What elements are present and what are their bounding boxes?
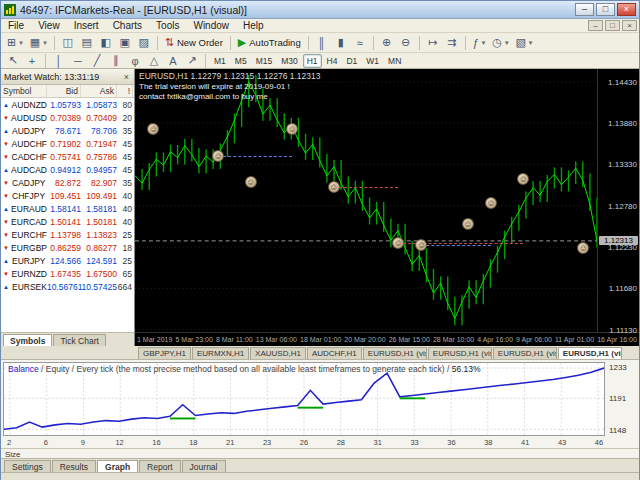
column-header-ask[interactable]: Ask [81, 85, 117, 97]
menu-window[interactable]: Window [186, 20, 236, 31]
chart-tab[interactable]: AUDCHF,H1 [307, 347, 362, 359]
profiles-button[interactable]: ▦▾ [27, 35, 50, 51]
maximize-button[interactable]: □ [596, 3, 615, 16]
new-order-button[interactable]: ⇅New Order [162, 35, 226, 51]
trade-smiley-marker[interactable]: ☺ [245, 176, 257, 188]
timeframe-w1[interactable]: W1 [362, 54, 383, 68]
trade-smiley-marker[interactable]: ☺ [485, 197, 497, 209]
tester-tab-settings[interactable]: Settings [4, 460, 51, 472]
market-watch-close-icon[interactable]: × [122, 72, 131, 82]
chart-tab[interactable]: EURUSD,H1 (visual) [363, 347, 427, 359]
menu-view[interactable]: View [31, 20, 67, 31]
market-watch-row[interactable]: ▼CADJPY82.87282.90735 [1, 176, 134, 189]
trade-smiley-marker[interactable]: ☺ [415, 239, 427, 251]
trade-smiley-marker[interactable]: ☺ [212, 150, 224, 162]
timeframe-m5[interactable]: M5 [231, 54, 251, 68]
trade-smiley-marker[interactable]: ☺ [328, 181, 340, 193]
tester-graph[interactable]: Balance / Equity / Every tick (the most … [3, 362, 605, 436]
zoom-in-button[interactable]: ⊕ [378, 35, 396, 51]
child-close-button[interactable]: × [622, 20, 637, 31]
chart-tab[interactable]: EURMXN,H1 [192, 347, 249, 359]
trendline-button[interactable]: ╱ [88, 53, 106, 69]
timeframe-d1[interactable]: D1 [342, 54, 361, 68]
column-header-symbol[interactable]: Symbol [1, 85, 47, 97]
new-chart-button[interactable]: ⊞▾ [4, 35, 26, 51]
market-watch-tab-symbols[interactable]: Symbols [3, 334, 52, 346]
zoom-out-button[interactable]: ⊖ [397, 35, 415, 51]
crosshair-button[interactable]: + [23, 53, 41, 69]
chart-tab[interactable]: EURUSD,H1 (visual) [428, 347, 492, 359]
title-bar[interactable]: 46497: IFCMarkets-Real - [EURUSD,H1 (vis… [1, 1, 639, 19]
trade-smiley-marker[interactable]: ☺ [147, 123, 159, 135]
market-watch-button[interactable]: ◫ [59, 35, 77, 51]
menu-file[interactable]: File [1, 20, 31, 31]
chart-tab[interactable]: XAUUSD,H1 [250, 347, 306, 359]
timeframe-mn[interactable]: MN [384, 54, 405, 68]
tester-tab-journal[interactable]: Journal [182, 460, 226, 472]
market-watch-row[interactable]: ▼EURCAD1.501411.5018140 [1, 215, 134, 228]
chart-line-button[interactable]: ≈ [351, 35, 369, 51]
minimize-button[interactable]: – [575, 3, 594, 16]
menu-help[interactable]: Help [236, 20, 271, 31]
chart-tab[interactable]: GBPJPY,H1 [138, 347, 191, 359]
market-watch-row[interactable]: ▲AUDNZD1.057931.0587380 [1, 98, 134, 111]
chart-tab[interactable]: EURUSD,H1 (visual) [493, 347, 557, 359]
arrows-button[interactable]: ↗ [183, 53, 201, 69]
child-minimize-button[interactable]: – [588, 20, 603, 31]
data-window-button[interactable]: ▤ [78, 35, 96, 51]
trade-smiley-marker[interactable]: ☺ [392, 237, 404, 249]
timeframe-m15[interactable]: M15 [252, 54, 277, 68]
terminal-button[interactable]: ▣ [116, 35, 134, 51]
periods-button[interactable]: ◷▾ [489, 35, 511, 51]
price-chart[interactable]: EURUSD,H1 1.12279 1.12315 1.12276 1.1231… [135, 69, 597, 332]
tester-tab-results[interactable]: Results [52, 460, 96, 472]
timeframe-h4[interactable]: H4 [323, 54, 342, 68]
timeframe-h1[interactable]: H1 [303, 54, 322, 68]
price-axis[interactable]: 1.144301.138801.133301.127801.122301.116… [597, 69, 639, 332]
trade-smiley-marker[interactable]: ☺ [577, 242, 589, 254]
column-header-spread[interactable]: ! [117, 85, 133, 97]
timeframe-m1[interactable]: M1 [210, 54, 230, 68]
close-button[interactable]: × [617, 3, 636, 16]
column-header-bid[interactable]: Bid [47, 85, 81, 97]
market-watch-row[interactable]: ▼AUDCHF0.719020.7194745 [1, 137, 134, 150]
auto-scroll-button[interactable]: ↦ [424, 35, 442, 51]
market-watch-row[interactable]: ▲AUDJPY78.67178.70635 [1, 124, 134, 137]
market-watch-row[interactable]: ▼EURNZD1.674351.6750065 [1, 267, 134, 280]
chart-tab[interactable]: EURUSD,H1 (visual) [558, 347, 622, 359]
chart-shift-button[interactable]: ⇉ [443, 35, 461, 51]
market-watch-row[interactable]: ▼AUDUSD0.703890.7040920 [1, 111, 134, 124]
trade-smiley-marker[interactable]: ☺ [286, 123, 298, 135]
menu-tools[interactable]: Tools [149, 20, 186, 31]
trade-smiley-marker[interactable]: ☺ [462, 218, 474, 230]
indicators-button[interactable]: ƒ▾ [470, 35, 489, 51]
text-button[interactable]: A [164, 53, 182, 69]
market-watch-row[interactable]: ▼CADCHF0.757410.7578645 [1, 150, 134, 163]
market-watch-row[interactable]: ▲AUDCAD0.949120.9495745 [1, 163, 134, 176]
templates-button[interactable]: ▧▾ [512, 35, 535, 51]
market-watch-row[interactable]: ▼EURGBP0.862590.8627718 [1, 241, 134, 254]
trade-smiley-marker[interactable]: ☺ [517, 173, 529, 185]
shapes-button[interactable]: △ [145, 53, 163, 69]
chart-candles-button[interactable]: ▮ [332, 35, 350, 51]
market-watch-row[interactable]: ▼CHFJPY109.451109.49140 [1, 189, 134, 202]
timeframe-m30[interactable]: M30 [277, 54, 302, 68]
menu-charts[interactable]: Charts [106, 20, 149, 31]
menu-insert[interactable]: Insert [67, 20, 106, 31]
market-watch-row[interactable]: ▲EURSEK10.5676110.57425664 [1, 280, 134, 293]
market-watch-row[interactable]: ▼EURCHF1.137981.1382325 [1, 228, 134, 241]
horizontal-line-button[interactable]: ─ [69, 53, 87, 69]
chart-bars-button[interactable]: ║ [313, 35, 331, 51]
market-watch-tab-tick-chart[interactable]: Tick Chart [53, 334, 105, 346]
time-axis[interactable]: 1 Mar 20195 Mar 23:008 Mar 11:0013 Mar 0… [135, 332, 639, 346]
cursor-button[interactable]: ↖ [4, 53, 22, 69]
fibonacci-button[interactable]: φ [126, 53, 144, 69]
strategy-tester-button[interactable]: ▨ [135, 35, 153, 51]
channel-button[interactable]: ∥ [107, 53, 125, 69]
tester-tab-graph[interactable]: Graph [97, 460, 138, 472]
navigator-button[interactable]: ◧ [97, 35, 115, 51]
market-watch-row[interactable]: ▲EURJPY124.566124.59125 [1, 254, 134, 267]
market-watch-row[interactable]: ▲EURAUD1.581411.5818140 [1, 202, 134, 215]
child-restore-button[interactable]: □ [605, 20, 620, 31]
vertical-line-button[interactable]: │ [50, 53, 68, 69]
